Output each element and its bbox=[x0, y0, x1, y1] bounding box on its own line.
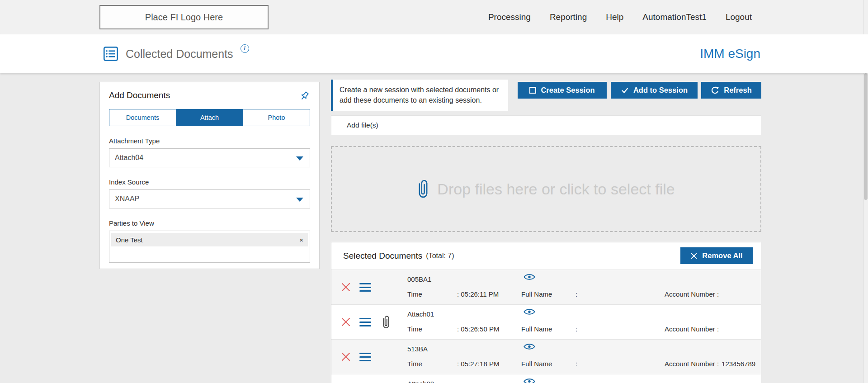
account-number-label: Account Number : bbox=[665, 325, 719, 333]
selected-documents-header: Selected Documents (Total: 7) Remove All bbox=[331, 242, 761, 270]
imm-esign-brand: IMM eSign bbox=[700, 34, 760, 73]
refresh-icon bbox=[711, 86, 719, 95]
time-value: : 05:26:11 PM bbox=[457, 290, 499, 298]
collected-documents-icon bbox=[103, 46, 118, 61]
full-name-colon: : bbox=[576, 290, 577, 298]
chevron-down-icon bbox=[296, 198, 303, 202]
nav-help[interactable]: Help bbox=[606, 12, 623, 22]
drag-handle-icon[interactable] bbox=[359, 283, 371, 292]
check-icon bbox=[621, 87, 629, 94]
account-number-label: Account Number : bbox=[665, 360, 719, 368]
full-name-label: Full Name bbox=[521, 325, 552, 333]
selected-documents-total: (Total: 7) bbox=[426, 252, 454, 260]
fi-logo-text: Place FI Logo Here bbox=[145, 12, 223, 23]
account-number: Account Number : bbox=[665, 325, 722, 333]
nav-reporting[interactable]: Reporting bbox=[550, 12, 587, 22]
eye-icon[interactable] bbox=[523, 307, 536, 316]
remove-all-button[interactable]: Remove All bbox=[680, 247, 753, 264]
time-value: : 05:26:50 PM bbox=[457, 325, 499, 333]
remove-document-icon[interactable] bbox=[341, 317, 350, 326]
refresh-label: Refresh bbox=[724, 86, 751, 95]
attachment-type-value: Attach04 bbox=[115, 154, 143, 162]
nav-logout[interactable]: Logout bbox=[726, 12, 752, 22]
party-tag: One Test × bbox=[111, 233, 308, 246]
eye-icon[interactable] bbox=[523, 377, 536, 383]
add-to-session-label: Add to Session bbox=[633, 86, 688, 95]
tab-attach[interactable]: Attach bbox=[176, 109, 243, 126]
paperclip-icon bbox=[382, 315, 390, 330]
document-row: Attach01 Time : 05:26:50 PM Full Name : … bbox=[331, 304, 761, 339]
paperclip-icon bbox=[417, 179, 429, 199]
close-icon bbox=[690, 252, 698, 260]
document-name: 513BA bbox=[407, 345, 428, 353]
time-value: : 05:27:18 PM bbox=[457, 360, 499, 368]
page: Place FI Logo Here Processing Reporting … bbox=[0, 0, 868, 383]
nav-processing[interactable]: Processing bbox=[488, 12, 531, 22]
eye-icon[interactable] bbox=[523, 342, 536, 351]
document-name: 005BA1 bbox=[407, 275, 431, 283]
top-header-bar: Place FI Logo Here Processing Reporting … bbox=[0, 0, 868, 34]
nav-user-automationtest1[interactable]: AutomationTest1 bbox=[642, 12, 707, 22]
document-name: Attach01 bbox=[407, 310, 434, 318]
add-documents-title: Add Documents bbox=[109, 90, 170, 100]
tab-photo[interactable]: Photo bbox=[243, 109, 310, 126]
document-row: 005BA1 Time : 05:26:11 PM Full Name : Ac… bbox=[331, 270, 761, 304]
dropzone-text: Drop files here or click to select file bbox=[437, 180, 675, 198]
attachment-type-select[interactable]: Attach04 bbox=[109, 148, 310, 167]
scrollbar-thumb[interactable] bbox=[864, 73, 868, 200]
title-bar: Collected Documents i IMM eSign bbox=[0, 34, 868, 73]
remove-document-icon[interactable] bbox=[341, 352, 350, 361]
info-icon[interactable]: i bbox=[241, 44, 249, 53]
selected-documents-title: Selected Documents bbox=[343, 251, 422, 261]
full-name-label: Full Name bbox=[521, 290, 552, 298]
create-session-button[interactable]: Create Session bbox=[518, 82, 607, 99]
time-label: Time bbox=[407, 290, 422, 298]
drag-handle-icon[interactable] bbox=[359, 318, 371, 326]
account-number: Account Number : bbox=[665, 290, 722, 298]
add-files-bar: Add file(s) bbox=[331, 115, 761, 135]
tab-documents[interactable]: Documents bbox=[109, 109, 176, 126]
pin-icon[interactable] bbox=[298, 90, 310, 102]
remove-document-icon[interactable] bbox=[341, 283, 350, 292]
drag-handle-icon[interactable] bbox=[359, 353, 371, 361]
remove-all-label: Remove All bbox=[702, 251, 742, 260]
add-documents-tabs: Documents Attach Photo bbox=[109, 109, 310, 126]
session-info-note: Create a new session with selected docum… bbox=[331, 80, 508, 111]
full-name-colon: : bbox=[576, 325, 577, 333]
parties-to-view-field[interactable]: One Test × bbox=[109, 231, 310, 263]
page-title: Collected Documents bbox=[126, 47, 233, 61]
full-name-colon: : bbox=[576, 360, 577, 368]
parties-to-view-label: Parties to View bbox=[109, 219, 310, 227]
top-nav: Processing Reporting Help AutomationTest… bbox=[488, 0, 752, 34]
account-number-value: 123456789 bbox=[722, 360, 755, 368]
document-row: Attach02 bbox=[331, 374, 761, 383]
document-name: Attach02 bbox=[407, 380, 434, 383]
party-tag-remove-icon[interactable]: × bbox=[298, 236, 304, 244]
refresh-button[interactable]: Refresh bbox=[701, 82, 761, 99]
create-session-icon bbox=[529, 87, 536, 94]
selected-documents-panel: Selected Documents (Total: 7) Remove All… bbox=[331, 242, 761, 383]
chevron-down-icon bbox=[296, 156, 303, 161]
full-name-label: Full Name bbox=[521, 360, 552, 368]
add-documents-header: Add Documents bbox=[109, 90, 310, 102]
party-tag-label: One Test bbox=[116, 236, 143, 244]
fi-logo-placeholder: Place FI Logo Here bbox=[99, 5, 269, 29]
add-documents-panel: Add Documents Documents Attach Photo Att… bbox=[99, 82, 320, 269]
account-number-label: Account Number : bbox=[665, 290, 719, 298]
index-source-value: XNAAP bbox=[115, 195, 139, 203]
attachment-type-label: Attachment Type bbox=[109, 137, 310, 145]
file-dropzone[interactable]: Drop files here or click to select file bbox=[331, 146, 761, 232]
document-row: 513BA Time : 05:27:18 PM Full Name : Acc… bbox=[331, 339, 761, 374]
index-source-select[interactable]: XNAAP bbox=[109, 189, 310, 208]
eye-icon[interactable] bbox=[523, 273, 536, 281]
add-files-label: Add file(s) bbox=[347, 121, 378, 129]
time-label: Time bbox=[407, 360, 422, 368]
add-to-session-button[interactable]: Add to Session bbox=[611, 82, 698, 99]
create-session-label: Create Session bbox=[541, 86, 594, 95]
title-group: Collected Documents i bbox=[103, 34, 249, 73]
account-number: Account Number : 123456789 bbox=[665, 360, 755, 368]
time-label: Time bbox=[407, 325, 422, 333]
index-source-label: Index Source bbox=[109, 178, 310, 186]
